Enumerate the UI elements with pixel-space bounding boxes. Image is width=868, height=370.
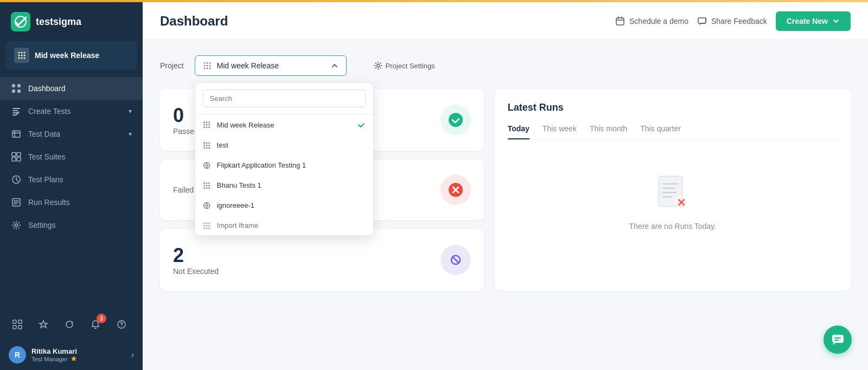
notification-tool-button[interactable]: 3 <box>87 316 104 333</box>
svg-point-8 <box>18 58 20 59</box>
project-list-item[interactable]: Mid week Release <box>195 114 373 135</box>
svg-point-34 <box>203 65 205 67</box>
sidebar: testsigma Mid week Release <box>0 2 143 370</box>
svg-point-56 <box>206 147 207 149</box>
svg-point-38 <box>206 68 208 69</box>
header: Dashboard Schedule a demo Share Feedback… <box>143 2 868 40</box>
svg-rect-17 <box>17 152 21 156</box>
svg-point-57 <box>208 147 210 149</box>
content-area: Project Mid week Release <box>143 40 868 370</box>
svg-rect-25 <box>13 326 16 329</box>
settings-icon <box>11 220 22 231</box>
project-selector: Mid week Release <box>195 55 347 76</box>
help-tool-button[interactable] <box>113 316 130 333</box>
svg-point-74 <box>208 225 210 226</box>
svg-point-60 <box>206 182 207 184</box>
grid-tool-button[interactable] <box>9 316 26 333</box>
svg-point-76 <box>206 227 207 229</box>
svg-point-50 <box>206 142 207 144</box>
share-feedback-label: Share Feedback <box>711 17 767 25</box>
notification-badge: 3 <box>97 314 106 323</box>
tab-this-quarter[interactable]: This quarter <box>640 124 681 139</box>
project-item-name: test <box>217 141 228 149</box>
sidebar-item-test-data[interactable]: Test Data ▾ <box>0 123 143 145</box>
brand-name: testsigma <box>36 16 81 28</box>
project-list-item[interactable]: Flipkart Application Testing 1 <box>195 155 373 175</box>
latest-runs-panel: Latest Runs Today This week This month T… <box>495 89 851 291</box>
project-list-item[interactable]: Import iframe <box>195 215 373 235</box>
project-row: Project Mid week Release <box>160 55 851 76</box>
runs-tabs: Today This week This month This quarter <box>508 124 838 139</box>
schedule-demo-button[interactable]: Schedule a demo <box>615 16 688 26</box>
project-list-item[interactable]: test <box>195 135 373 155</box>
globe-icon <box>203 162 210 169</box>
svg-rect-13 <box>12 90 15 93</box>
svg-point-44 <box>206 124 207 126</box>
star-tool-button[interactable] <box>35 316 52 333</box>
share-feedback-button[interactable]: Share Feedback <box>697 16 767 26</box>
sidebar-item-label: Settings <box>28 221 56 229</box>
sidebar-item-label: Test Plans <box>28 175 63 184</box>
user-avatar: R <box>9 346 26 363</box>
svg-point-41 <box>206 122 207 123</box>
tab-today[interactable]: Today <box>508 124 529 139</box>
project-settings-label: Project Settings <box>386 62 435 70</box>
sidebar-project-item[interactable]: Mid week Release <box>5 41 137 69</box>
svg-point-9 <box>21 58 23 59</box>
svg-point-59 <box>203 182 205 184</box>
dots-grid-icon <box>203 61 212 70</box>
svg-point-49 <box>203 142 205 144</box>
svg-point-33 <box>209 62 210 64</box>
project-settings-link[interactable]: Project Settings <box>374 61 435 70</box>
svg-rect-24 <box>18 320 22 323</box>
svg-rect-15 <box>12 131 20 137</box>
project-list: Mid week Release te <box>195 114 373 235</box>
svg-rect-86 <box>832 335 843 342</box>
not-executed-icon-circle <box>441 245 471 275</box>
sidebar-item-create-tests[interactable]: Create Tests ▾ <box>0 100 143 123</box>
svg-point-51 <box>208 142 210 144</box>
svg-point-67 <box>208 187 210 189</box>
svg-point-40 <box>203 122 205 123</box>
chevron-down-icon <box>832 17 840 25</box>
project-item-name: Bhanu Tests 1 <box>217 181 261 189</box>
svg-point-53 <box>206 144 207 146</box>
not-executed-count: 2 <box>173 244 219 267</box>
sidebar-item-test-suites[interactable]: Test Suites <box>0 145 143 168</box>
svg-point-39 <box>209 68 210 69</box>
test-plans-icon <box>11 174 22 185</box>
tab-this-week[interactable]: This week <box>542 124 577 139</box>
sidebar-item-run-results[interactable]: Run Results <box>0 191 143 214</box>
svg-point-43 <box>203 124 205 126</box>
svg-point-10 <box>24 58 25 59</box>
project-list-item[interactable]: Bhanu Tests 1 <box>195 175 373 195</box>
sidebar-item-settings[interactable]: Settings <box>0 214 143 237</box>
project-search-input[interactable] <box>203 90 366 107</box>
chat-fab-button[interactable] <box>824 326 852 354</box>
sidebar-item-test-plans[interactable]: Test Plans <box>0 168 143 191</box>
project-dropdown-button[interactable]: Mid week Release <box>195 55 347 76</box>
svg-point-36 <box>209 65 210 67</box>
svg-point-37 <box>203 68 205 69</box>
svg-rect-23 <box>13 320 16 323</box>
svg-rect-14 <box>17 90 21 93</box>
create-new-button[interactable]: Create New <box>776 11 851 31</box>
run-results-icon <box>11 197 22 208</box>
refresh-tool-button[interactable] <box>61 316 78 333</box>
dashboard-icon <box>11 83 22 94</box>
user-profile[interactable]: R Ritika Kumari Test Manager › <box>0 341 143 370</box>
svg-rect-18 <box>12 157 16 161</box>
user-expand-icon: › <box>131 350 134 360</box>
sidebar-item-dashboard[interactable]: Dashboard <box>0 77 143 100</box>
svg-point-3 <box>21 52 23 54</box>
tab-this-month[interactable]: This month <box>590 124 627 139</box>
svg-rect-26 <box>18 326 22 329</box>
svg-point-6 <box>21 55 23 56</box>
project-item-name: Import iframe <box>217 221 259 229</box>
svg-point-73 <box>206 225 207 226</box>
svg-point-48 <box>208 126 210 128</box>
not-executed-label: Not Executed <box>173 267 219 276</box>
project-list-item[interactable]: ignoreeee-1 <box>195 195 373 215</box>
x-circle-icon <box>448 182 463 197</box>
chevron-up-icon <box>331 62 339 69</box>
